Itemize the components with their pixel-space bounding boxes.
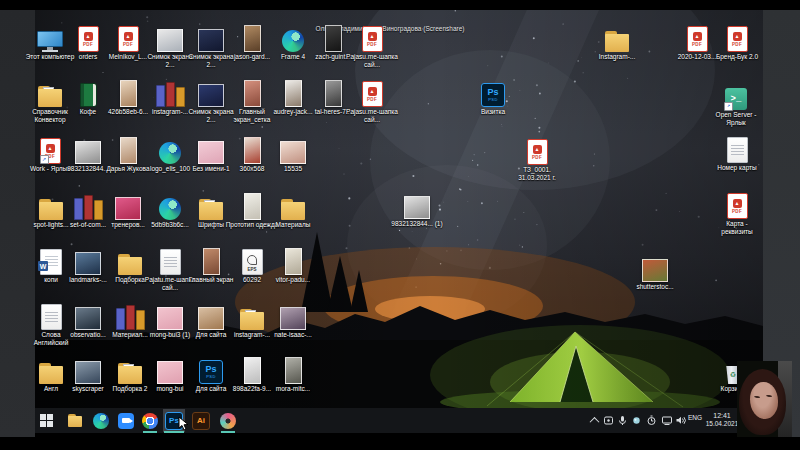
desktop-icon[interactable]: shutterstoc... <box>628 255 682 291</box>
taskbar: PsAi ENG 12:41 15.04.2021 <box>35 408 763 433</box>
photo-icon <box>390 192 444 219</box>
desktop-icon[interactable]: 9832132844... (1) <box>390 192 444 228</box>
volume-icon[interactable] <box>674 412 687 428</box>
running-app-indicator <box>221 431 235 433</box>
desktop-icon[interactable]: >_↗Open Server - Ярлык <box>709 83 763 126</box>
zoom-icon <box>118 413 134 429</box>
taskbar-chrome-button[interactable] <box>139 409 161 432</box>
webcam-self-view[interactable] <box>737 361 792 437</box>
desktop-icon[interactable]: ▲PDFБренд-Бук 2.0 <box>710 25 764 61</box>
pdf-icon: ▲PDF <box>345 25 399 52</box>
terminal-icon: >_↗ <box>709 83 763 110</box>
taskbar-zoom-button[interactable] <box>115 409 137 432</box>
desktop-icon-label: vitor-padu... <box>266 276 320 284</box>
network-display-icon[interactable] <box>660 412 673 428</box>
taskbar-file-explorer-button[interactable] <box>64 409 86 432</box>
taskbar-start-button[interactable] <box>35 409 57 432</box>
running-app-indicator <box>143 431 157 433</box>
connection-icon[interactable] <box>630 412 643 428</box>
pdf-icon: ▲PDF <box>710 25 764 52</box>
page-icon <box>710 136 764 163</box>
pdf-icon: ▲PDF <box>510 138 564 165</box>
clock-time: 12:41 <box>703 411 741 420</box>
desktop-icon-label: 15535 <box>266 165 320 173</box>
desktop-icon[interactable]: Номер карты <box>710 136 764 172</box>
mouse-cursor <box>178 416 190 432</box>
taskbar-illustrator-button[interactable]: Ai <box>190 409 212 432</box>
desktop-icon[interactable]: mora-mitc... <box>266 357 320 393</box>
taskbar-adobe-circle-app-button[interactable] <box>217 409 239 432</box>
clock-date: 15.04.2021 <box>703 420 741 428</box>
desktop-icon-label: shutterstoc... <box>628 283 682 291</box>
desktop-icon[interactable]: ▲PDFPajasu.me-шапка сай... <box>345 25 399 68</box>
folder-icon <box>590 25 644 52</box>
photo-icon <box>266 357 320 384</box>
photo-icon <box>266 248 320 275</box>
language-indicator[interactable]: ENG <box>687 414 703 421</box>
start-icon <box>40 414 53 427</box>
chrome-icon <box>142 413 158 429</box>
desktop-icon[interactable]: Instagram-... <box>590 25 644 61</box>
screenshare-view: Ольга Владимировна Виноградова (Screensh… <box>0 0 800 450</box>
desktop-icon-label: Pajasu.me-шапка сай... <box>345 108 399 123</box>
letterbox-top <box>0 0 800 10</box>
pdf-icon: ▲PDF <box>345 80 399 107</box>
desktop-icon[interactable]: 15535 <box>266 137 320 173</box>
desktop-icon-label: Материалы <box>266 221 320 229</box>
webcam-person-face <box>750 382 778 419</box>
photo-icon <box>628 255 682 282</box>
desktop-icon[interactable]: Материалы <box>266 193 320 229</box>
timer-icon[interactable] <box>645 412 658 428</box>
taskbar-clock[interactable]: 12:41 15.04.2021 <box>703 411 741 428</box>
desktop-icon-label: 9832132844... (1) <box>390 220 444 228</box>
file-explorer-icon <box>67 414 83 427</box>
pdf-icon: ▲PDF <box>710 192 764 219</box>
desktop-icon[interactable]: ▲PDFТЗ_0001. 31.03.2021 г. <box>510 138 564 181</box>
desktop-icon-label: Карта - реквизиты <box>710 220 764 235</box>
hidden-icons-chevron-icon[interactable] <box>588 412 601 428</box>
desktop-icon-label: Бренд-Бук 2.0 <box>710 53 764 61</box>
desktop-icon-label: mora-mitc... <box>266 385 320 393</box>
edge-icon <box>93 413 109 429</box>
taskbar-edge-button[interactable] <box>90 409 112 432</box>
folder-icon <box>266 193 320 220</box>
desktop-icon[interactable]: ▲PDFPajasu.me-шапка сай... <box>345 80 399 123</box>
tray-app-icon[interactable] <box>602 412 615 428</box>
desktop-icon[interactable]: vitor-padu... <box>266 248 320 284</box>
adobe-circle-app-icon <box>220 413 236 429</box>
psd-icon: PsPSD <box>466 80 520 107</box>
desktop-icon[interactable]: PsPSDВизитка <box>466 80 520 116</box>
desktop-icon-label: Визитка <box>466 108 520 116</box>
desktop-icon-label: Instagram-... <box>590 53 644 61</box>
desktop-icon-label: ТЗ_0001. 31.03.2021 г. <box>510 166 564 181</box>
desktop-icon-label: nate-isaac-... <box>266 331 320 339</box>
microphone-icon[interactable] <box>616 412 629 428</box>
desktop-icon-label: Pajasu.me-шапка сай... <box>345 53 399 68</box>
photo-icon <box>266 303 320 330</box>
desktop-icon-label: Номер карты <box>710 164 764 172</box>
desktop-icon[interactable]: nate-isaac-... <box>266 303 320 339</box>
desktop-icon-label: Open Server - Ярлык <box>709 111 763 126</box>
desktop-icon[interactable]: ▲PDFКарта - реквизиты <box>710 192 764 235</box>
letterbox-bottom <box>0 437 800 450</box>
photo-icon <box>266 137 320 164</box>
illustrator-icon: Ai <box>192 412 210 430</box>
